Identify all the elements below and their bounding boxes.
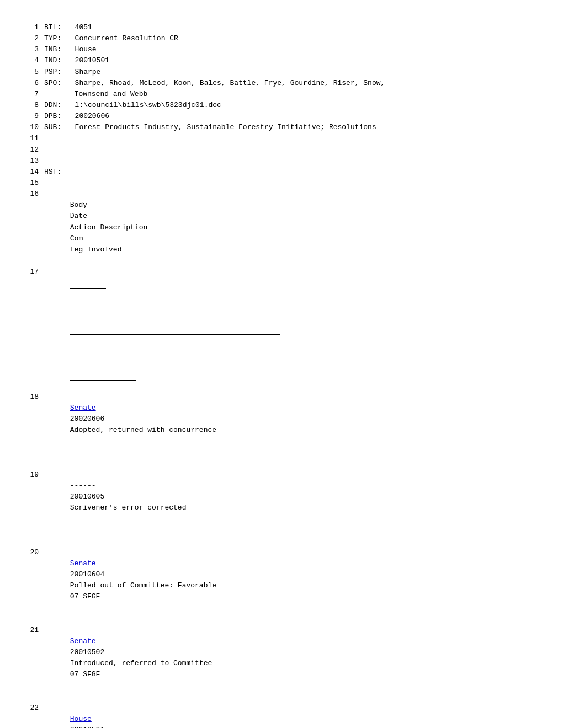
line-number: 22 <box>22 703 39 714</box>
line-6: 6 SPO: Sharpe, Rhoad, McLeod, Koon, Bale… <box>22 78 541 89</box>
bil-field: BIL: 4051 <box>44 22 541 33</box>
col-header-action: Action Description <box>70 223 147 232</box>
senate-link-18[interactable]: Senate <box>70 404 96 412</box>
line-number: 7 <box>22 89 39 100</box>
line-number: 21 <box>22 625 39 636</box>
line-number: 15 <box>22 178 39 189</box>
history-row-19: 19 ------ 20010605 Scrivener's error cor… <box>22 469 541 547</box>
line-17: 17 <box>22 266 541 392</box>
line-number: 3 <box>22 44 39 55</box>
line-9: 9 DPB: 20020606 <box>22 111 541 122</box>
line-1: 1 BIL: 4051 <box>22 22 541 33</box>
hst-label: HST: <box>44 167 541 178</box>
history-row-22: 22 House 20010501 Introduced, adopted, s… <box>22 703 541 728</box>
spo-continuation: Townsend and Webb <box>44 89 541 100</box>
line-7: 7 Townsend and Webb <box>22 89 541 100</box>
line-number: 9 <box>22 111 39 122</box>
line-number: 2 <box>22 33 39 44</box>
line-number: 4 <box>22 55 39 66</box>
line-number: 1 <box>22 22 39 33</box>
inb-field: INB: House <box>44 44 541 55</box>
date-19: 20010605 <box>70 493 113 501</box>
date-18: 20020606 <box>70 415 113 423</box>
line-14: 14 HST: <box>22 167 541 178</box>
line-number: 16 <box>22 189 39 200</box>
ind-field: IND: 20010501 <box>44 55 541 66</box>
line-4: 4 IND: 20010501 <box>22 55 541 66</box>
page-content: 1 BIL: 4051 2 TYP: Concurrent Resolution… <box>22 22 541 728</box>
col-header-com: Com <box>70 234 83 243</box>
history-row-20: 20 Senate 20010604 Polled out of Committ… <box>22 547 541 625</box>
line-number: 11 <box>22 133 39 144</box>
line-11: 11 <box>22 133 541 144</box>
typ-field: TYP: Concurrent Resolution CR <box>44 33 541 44</box>
psp-field: PSP: Sharpe <box>44 67 541 78</box>
line-15: 15 <box>22 178 541 189</box>
line-number: 13 <box>22 156 39 167</box>
line-8: 8 DDN: l:\council\bills\swb\5323djc01.do… <box>22 100 541 111</box>
line-3: 3 INB: House <box>22 44 541 55</box>
line-16: 16 Body Date Action Description Com Leg … <box>22 189 541 266</box>
action-19: Scrivener's error corrected <box>70 504 195 512</box>
line-number: 10 <box>22 122 39 133</box>
com-21: 07 SFGF <box>70 670 109 678</box>
col-header-leg: Leg Involved <box>70 245 122 254</box>
history-row-21: 21 Senate 20010502 Introduced, referred … <box>22 625 541 703</box>
col-header-body: Body <box>70 201 87 209</box>
line-number: 5 <box>22 67 39 78</box>
line-number: 8 <box>22 100 39 111</box>
line-number: 20 <box>22 547 39 558</box>
senate-link-21[interactable]: Senate <box>70 637 96 645</box>
line-number: 12 <box>22 144 39 156</box>
line-13: 13 <box>22 156 541 167</box>
sub-field: SUB: Forest Products Industry, Sustainab… <box>44 122 541 133</box>
line-number: 19 <box>22 469 39 480</box>
line-number: 17 <box>22 266 39 277</box>
action-18: Adopted, returned with concurrence <box>70 426 225 434</box>
house-link-22[interactable]: House <box>70 715 92 723</box>
date-22: 20010501 <box>70 726 113 728</box>
action-21: Introduced, referred to Committee <box>70 659 221 667</box>
line-number: 18 <box>22 392 39 403</box>
ddn-field: DDN: l:\council\bills\swb\5323djc01.doc <box>44 100 541 111</box>
col-header-date: Date <box>70 212 87 220</box>
line-2: 2 TYP: Concurrent Resolution CR <box>22 33 541 44</box>
date-20: 20010604 <box>70 570 113 579</box>
history-row-18: 18 Senate 20020606 Adopted, returned wit… <box>22 392 541 469</box>
senate-link-20[interactable]: Senate <box>70 559 96 568</box>
spo-field: SPO: Sharpe, Rhoad, McLeod, Koon, Bales,… <box>44 78 541 89</box>
line-12: 12 <box>22 144 541 156</box>
com-20: 07 SFGF <box>70 592 109 601</box>
dpb-field: DPB: 20020606 <box>44 111 541 122</box>
line-number: 6 <box>22 78 39 89</box>
dashes-19: ------ <box>70 481 104 490</box>
line-10: 10 SUB: Forest Products Industry, Sustai… <box>22 122 541 133</box>
line-number: 14 <box>22 167 39 178</box>
date-21: 20010502 <box>70 648 113 656</box>
line-5: 5 PSP: Sharpe <box>22 67 541 78</box>
action-20: Polled out of Committee: Favorable <box>70 581 225 590</box>
